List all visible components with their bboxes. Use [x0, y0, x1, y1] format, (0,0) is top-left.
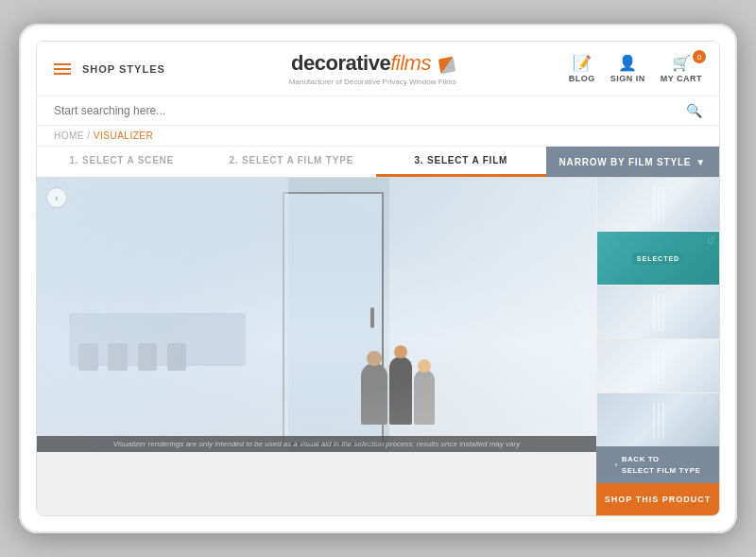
people-area [361, 260, 495, 425]
hamburger-icon[interactable] [54, 63, 71, 75]
thumb-lines-5 [597, 393, 719, 446]
glass-panel-left [37, 178, 288, 452]
thumb-img-3 [597, 286, 719, 339]
back-to-select-btn[interactable]: ‹ BACK TO SELECT FILM TYPE [596, 446, 719, 482]
heart-icon-4[interactable]: ♡ [707, 343, 715, 354]
thumb-line [658, 186, 660, 223]
logo-icon [438, 56, 455, 74]
person-2 [389, 357, 412, 425]
filter-label: NARROW BY FILM STYLE [559, 157, 692, 167]
thumb-line [662, 348, 664, 385]
top-nav: SHOP STYLES decorativefilms Manufacturer… [37, 42, 719, 96]
main-content: ‹ Visualizer renderings are only intende… [37, 178, 719, 514]
thumb-line [653, 294, 655, 331]
cart-icon: 🛒 [672, 54, 691, 72]
thumb-line [653, 402, 655, 439]
person-1 [361, 363, 387, 425]
scene-panel: ‹ Visualizer renderings are only intende… [37, 178, 596, 514]
heart-icon-3[interactable]: ♡ [707, 289, 715, 300]
narrow-by-filter[interactable]: NARROW BY FILM STYLE ▼ [546, 147, 719, 177]
breadcrumb-separator: / [87, 131, 90, 141]
thumb-line [658, 294, 660, 331]
film-thumbnail-1[interactable]: ♡ [597, 178, 719, 232]
search-bar: 🔍 [37, 96, 719, 126]
nav-left: SHOP STYLES [54, 63, 177, 75]
thumb-lines-4 [597, 339, 719, 392]
nav-right: 📝 BLOG 👤 SIGN IN 🛒 0 MY CART [569, 54, 702, 83]
breadcrumb-current: VISUALIZER [94, 131, 153, 141]
shop-styles-label[interactable]: SHOP STYLES [82, 63, 165, 75]
person-2-head [394, 345, 407, 358]
thumb-img-2: SELECTED [597, 232, 719, 285]
tab-select-scene[interactable]: 1. SELECT A SCENE [37, 147, 207, 177]
thumb-line [662, 294, 664, 331]
nav-center: decorativefilms Manufacturer of Decorati… [177, 51, 569, 86]
blog-nav-item[interactable]: 📝 BLOG [569, 54, 595, 83]
scene-image: ‹ Visualizer renderings are only intende… [37, 178, 596, 452]
thumb-line [658, 402, 660, 439]
back-chevron: ‹ [615, 460, 618, 470]
blog-icon: 📝 [573, 54, 592, 72]
cart-label: MY CART [661, 74, 702, 83]
selected-label: SELECTED [632, 252, 684, 265]
back-line1: BACK TO [622, 455, 660, 463]
thumb-img-5 [597, 393, 719, 446]
thumb-line [662, 402, 664, 439]
sign-in-label: SIGN IN [610, 74, 645, 83]
tab-select-film[interactable]: 3. SELECT A FILM [376, 147, 546, 177]
back-line2: SELECT FILM TYPE [622, 466, 701, 475]
thumb-line [653, 348, 655, 385]
cart-nav-item[interactable]: 🛒 0 MY CART [661, 54, 702, 83]
search-icon[interactable]: 🔍 [686, 103, 702, 118]
user-icon: 👤 [618, 54, 637, 72]
person-3-head [418, 359, 431, 373]
person-3 [414, 370, 435, 425]
person-1-head [367, 351, 382, 366]
device-frame: SHOP STYLES decorativefilms Manufacturer… [19, 24, 737, 532]
heart-icon-5[interactable]: ♡ [707, 397, 715, 408]
thumb-line [658, 348, 660, 385]
thumb-img-4 [597, 339, 719, 392]
thumb-lines-1 [597, 178, 719, 231]
breadcrumb: HOME / VISUALIZER [37, 126, 719, 147]
heart-icon-2[interactable]: ♡ [707, 235, 715, 246]
blog-label: BLOG [569, 74, 595, 83]
thumb-lines-3 [597, 286, 719, 339]
sign-in-nav-item[interactable]: 👤 SIGN IN [610, 54, 645, 83]
film-thumbnail-3[interactable]: ♡ [597, 286, 719, 339]
right-side: ♡ SELECTED ♡ [596, 178, 719, 514]
breadcrumb-home[interactable]: HOME [54, 131, 84, 141]
search-input[interactable] [54, 104, 686, 117]
heart-icon-1[interactable]: ♡ [707, 182, 715, 192]
logo-brand: decorative [291, 51, 390, 75]
thumb-line [653, 186, 655, 223]
shop-product-btn[interactable]: SHOP THIS PRODUCT [596, 483, 719, 515]
filter-chevron: ▼ [696, 157, 706, 167]
inner-frame: SHOP STYLES decorativefilms Manufacturer… [36, 41, 720, 515]
film-thumbnail-5[interactable]: ♡ [597, 393, 719, 446]
scene-caption: Visualizer renderings are only intended … [37, 436, 596, 452]
thumb-line [662, 186, 664, 223]
logo-tagline: Manufacturer of Decorative Privacy Windo… [289, 78, 456, 86]
film-thumbnails-panel: ♡ SELECTED ♡ [596, 178, 719, 446]
tab-select-film-type[interactable]: 2. SELECT A FILM TYPE [207, 147, 377, 177]
cart-badge: 0 [693, 50, 706, 63]
thumb-img-1 [597, 178, 719, 231]
tabs-row: 1. SELECT A SCENE 2. SELECT A FILM TYPE … [37, 147, 719, 178]
back-to-select-text: BACK TO SELECT FILM TYPE [622, 454, 701, 475]
logo[interactable]: decorativefilms [291, 51, 454, 76]
selected-overlay: SELECTED [597, 232, 719, 285]
film-thumbnail-2[interactable]: SELECTED ♡ [597, 232, 719, 286]
film-thumbnail-4[interactable]: ♡ [597, 339, 719, 393]
logo-films: films [390, 51, 431, 75]
